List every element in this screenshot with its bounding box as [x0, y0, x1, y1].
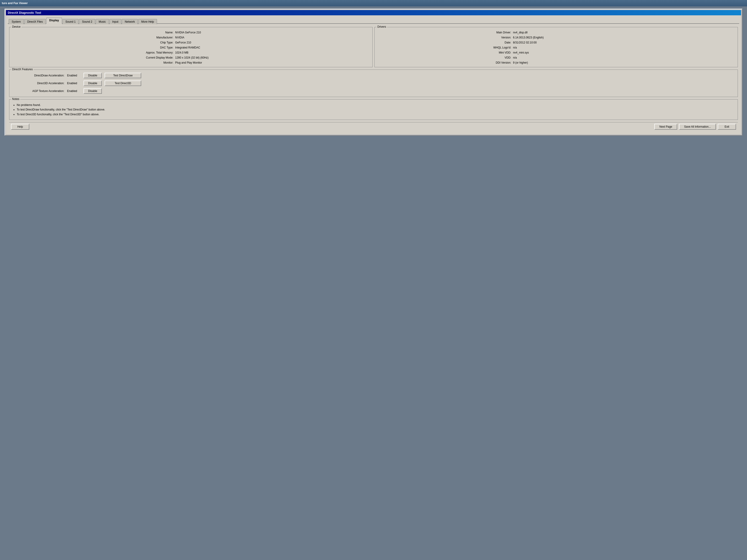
table-row: Main Driver: nv4_disp.dll	[378, 30, 735, 35]
field-value: nv4_mini.sys	[512, 50, 735, 55]
notes-section: Notes No problems found. To test DirectD…	[9, 99, 738, 120]
tab-more-help[interactable]: More Help	[138, 19, 157, 24]
table-row: DAC Type: Integrated RAMDAC	[12, 45, 369, 50]
field-label: Monitor:	[12, 60, 174, 65]
list-item: To test DirectDraw functionality, click …	[17, 107, 735, 112]
tab-input[interactable]: Input	[109, 19, 122, 24]
field-label: DDI Version:	[378, 60, 512, 65]
device-label: Device	[11, 25, 22, 28]
device-drivers-row: Device Name: NVIDIA GeForce 210 Manufact…	[9, 27, 738, 67]
table-row: WHQL Logo'd: n/a	[378, 45, 735, 50]
window-title: DirectX Diagnostic Tool	[8, 11, 41, 15]
field-value: n/a	[512, 55, 735, 60]
test-directdraw-button[interactable]: Test DirectDraw	[105, 73, 141, 78]
field-value: n/a	[512, 45, 735, 50]
feature-row-direct3d: Direct3D Acceleration: Enabled Disable T…	[12, 79, 735, 87]
agp-accel-label: AGP Texture Acceleration:	[14, 89, 64, 92]
next-page-button[interactable]: Next Page	[654, 124, 677, 130]
field-value: 6.14.0013.0623 (English)	[512, 35, 735, 40]
tab-music[interactable]: Music	[96, 19, 109, 24]
table-row: Approx. Total Memory: 1024.0 MB	[12, 50, 369, 55]
field-value: 1024.0 MB	[174, 50, 369, 55]
feature-row-agp: AGP Texture Acceleration: Enabled Disabl…	[12, 87, 735, 95]
field-value: Plug and Play Monitor	[174, 60, 369, 65]
device-table: Name: NVIDIA GeForce 210 Manufacturer: N…	[12, 30, 369, 65]
features-label: DirectX Features	[11, 68, 34, 71]
help-button[interactable]: Help	[11, 124, 29, 130]
tab-directx-files[interactable]: DirectX Files	[24, 19, 46, 24]
field-label: WHQL Logo'd:	[378, 45, 512, 50]
field-value: nv4_disp.dll	[512, 30, 735, 35]
list-item: To test Direct3D functionality, click th…	[17, 112, 735, 117]
directdraw-accel-status: Enabled	[67, 74, 81, 77]
notes-list: No problems found. To test DirectDraw fu…	[12, 103, 735, 117]
device-section: Device Name: NVIDIA GeForce 210 Manufact…	[9, 27, 372, 67]
field-label: Manufacturer:	[12, 35, 174, 40]
table-row: VDD: n/a	[378, 55, 735, 60]
field-value: 1280 x 1024 (32 bit) (60Hz)	[174, 55, 369, 60]
field-label: Version:	[378, 35, 512, 40]
bottom-bar: Help Next Page Save All Information... E…	[9, 122, 738, 131]
direct3d-accel-label: Direct3D Acceleration:	[14, 82, 64, 85]
tab-sound2[interactable]: Sound 2	[79, 19, 95, 24]
tab-system[interactable]: System	[9, 19, 24, 24]
notes-label: Notes	[11, 98, 20, 101]
field-value: 9 (or higher)	[512, 60, 735, 65]
tabs-container: System DirectX Files Display Sound 1 Sou…	[8, 17, 739, 24]
table-row: Version: 6.14.0013.0623 (English)	[378, 35, 735, 40]
table-row: Monitor: Plug and Play Monitor	[12, 60, 369, 65]
table-row: Chip Type: GeForce 210	[12, 40, 369, 45]
field-value: NVIDIA	[174, 35, 369, 40]
top-bar: ture and Fax Viewer	[0, 0, 747, 6]
tab-display[interactable]: Display	[46, 18, 62, 24]
window-titlebar: DirectX Diagnostic Tool	[6, 10, 741, 15]
main-content: Device Name: NVIDIA GeForce 210 Manufact…	[8, 26, 739, 132]
directx-features-section: DirectX Features DirectDraw Acceleration…	[9, 70, 738, 97]
main-window: DirectX Diagnostic Tool System DirectX F…	[5, 9, 742, 136]
field-label: Chip Type:	[12, 40, 174, 45]
direct3d-disable-button[interactable]: Disable	[83, 81, 102, 86]
list-item: No problems found.	[17, 103, 735, 107]
drivers-section: Drivers Main Driver: nv4_disp.dll Versio…	[375, 27, 738, 67]
table-row: Mini VDD: nv4_mini.sys	[378, 50, 735, 55]
field-label: Date:	[378, 40, 512, 45]
drivers-table: Main Driver: nv4_disp.dll Version: 6.14.…	[378, 30, 735, 65]
tab-network[interactable]: Network	[122, 19, 138, 24]
agp-disable-button[interactable]: Disable	[83, 88, 102, 94]
table-row: Current Display Mode: 1280 x 1024 (32 bi…	[12, 55, 369, 60]
test-direct3d-button[interactable]: Test Direct3D	[105, 81, 141, 86]
table-row: DDI Version: 9 (or higher)	[378, 60, 735, 65]
field-label: Name:	[12, 30, 174, 35]
table-row: Name: NVIDIA GeForce 210	[12, 30, 369, 35]
field-label: Main Driver:	[378, 30, 512, 35]
window-content: System DirectX Files Display Sound 1 Sou…	[6, 15, 741, 134]
top-bar-title: ture and Fax Viewer	[2, 2, 28, 5]
field-value: Integrated RAMDAC	[174, 45, 369, 50]
agp-accel-status: Enabled	[67, 89, 81, 92]
field-label: Current Display Mode:	[12, 55, 174, 60]
field-label: Approx. Total Memory:	[12, 50, 174, 55]
field-label: VDD:	[378, 55, 512, 60]
field-value: 8/31/2012 02:10:00	[512, 40, 735, 45]
field-value: NVIDIA GeForce 210	[174, 30, 369, 35]
field-label: DAC Type:	[12, 45, 174, 50]
table-row: Date: 8/31/2012 02:10:00	[378, 40, 735, 45]
feature-row-directdraw: DirectDraw Acceleration: Enabled Disable…	[12, 72, 735, 79]
exit-button[interactable]: Exit	[718, 124, 736, 130]
direct3d-accel-status: Enabled	[67, 82, 81, 85]
tab-sound1[interactable]: Sound 1	[62, 19, 79, 24]
directdraw-accel-label: DirectDraw Acceleration:	[14, 74, 64, 77]
table-row: Manufacturer: NVIDIA	[12, 35, 369, 40]
directdraw-disable-button[interactable]: Disable	[83, 73, 102, 78]
field-label: Mini VDD:	[378, 50, 512, 55]
save-all-button[interactable]: Save All Information...	[679, 124, 716, 130]
field-value: GeForce 210	[174, 40, 369, 45]
drivers-label: Drivers	[377, 25, 387, 28]
